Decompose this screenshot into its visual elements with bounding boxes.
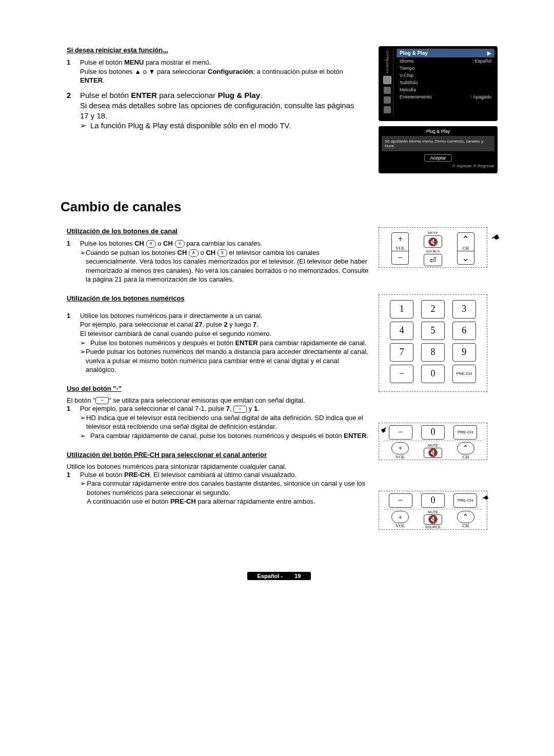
osd2-footer: ⏎ Ingresar ⟲ Regresar bbox=[382, 164, 494, 168]
keypad-dash: − bbox=[389, 493, 412, 508]
t: Plug & Play bbox=[400, 50, 428, 56]
restart-heading: Si desea reiniciar esta función... bbox=[67, 46, 369, 54]
arrow-right-icon: ▶ bbox=[487, 50, 491, 56]
s4-note2: Para cambiar rápidamente de canal, pulse… bbox=[90, 431, 368, 441]
t: Para conmutar rápidamente entre dos cana… bbox=[87, 480, 365, 496]
source-label: SOURCE bbox=[425, 525, 441, 529]
footer-page: 19 bbox=[289, 572, 306, 580]
s4-body: Por ejemplo, para seleccionar el canal 7… bbox=[80, 404, 369, 413]
vol-down-button: − bbox=[392, 251, 408, 264]
t: para mostrar el menú. bbox=[144, 58, 211, 66]
note-arrow-icon: ➢ bbox=[80, 347, 86, 374]
vol-up-button: + bbox=[392, 233, 408, 246]
s5-body: Pulse el botón PRE-CH. El televisor camb… bbox=[80, 470, 369, 480]
t: y luego bbox=[228, 321, 253, 328]
s2-num: 1 bbox=[67, 239, 80, 248]
source-label: SOURCE bbox=[426, 249, 440, 253]
dash-key-icon bbox=[95, 397, 109, 404]
t: . bbox=[103, 76, 105, 84]
t: Cuando se pulsan los botones bbox=[86, 249, 177, 256]
osd2-title: Plug & Play bbox=[382, 129, 494, 134]
remote-dash-diagram: − 0 PRE-CH + VOL MUTE 🔇 ⌃ CH bbox=[379, 423, 487, 460]
t: . bbox=[258, 405, 260, 412]
t: 7 bbox=[253, 321, 256, 328]
t: " se utiliza para seleccionar emisoras q… bbox=[109, 396, 305, 404]
keypad-0: 0 bbox=[421, 365, 445, 383]
t: Si desea más detalles sobre las opciones… bbox=[80, 101, 354, 120]
ch-up-button: ⌃ bbox=[457, 442, 474, 454]
mute-label: MUTE bbox=[428, 510, 438, 514]
osd-item-tiempo: Tiempo bbox=[400, 66, 415, 71]
t: Pulse el botón bbox=[80, 58, 124, 66]
t: CH bbox=[163, 240, 173, 247]
ch-up-icon: ∧ bbox=[189, 249, 199, 257]
t: Configuración bbox=[208, 68, 253, 75]
vol-up-button: + bbox=[391, 442, 409, 454]
osd-plugplay-dialog: Plug & Play Se ajustarán Idioma menú, De… bbox=[379, 126, 498, 173]
t: Pulse los botones ▲ o ▼ para seleccionar bbox=[80, 68, 208, 75]
osd2-msg: Se ajustarán Idioma menú, Demo comercio,… bbox=[382, 136, 494, 151]
ch-up-icon: ∧ bbox=[146, 240, 156, 248]
dash-key-icon bbox=[233, 406, 247, 413]
s2-note: Cuando se pulsan los botones CH ∧ o CH ∨… bbox=[86, 248, 369, 284]
s4-intro: El botón "" se utiliza para seleccionar … bbox=[67, 396, 369, 405]
osd-sidebar-label: Configuración bbox=[386, 51, 389, 73]
pointer-hand-icon: ☚ bbox=[489, 231, 502, 245]
t: para seleccionar bbox=[157, 91, 217, 100]
t: CH bbox=[134, 240, 144, 247]
ch-up-button: ⌃ bbox=[458, 233, 474, 246]
s3-body: Utilice los botones numéricos para ir di… bbox=[80, 311, 369, 339]
s5-intro: Utilice los botones numéricos para sinto… bbox=[67, 463, 369, 470]
t: . bbox=[366, 432, 368, 440]
vol-up-button: + bbox=[391, 511, 409, 523]
t: Plug & Play bbox=[218, 91, 261, 100]
osd2-accept-button: Aceptar bbox=[424, 154, 451, 162]
osd-config-menu: Configuración Plug & Play▶ Idioma: Españ… bbox=[379, 46, 498, 121]
t: Para cambiar rápidamente de canal, pulse… bbox=[90, 432, 344, 440]
ch-label: CH bbox=[462, 523, 469, 528]
t: o bbox=[157, 240, 163, 247]
s2-heading: Utilización de los botones de canal bbox=[67, 227, 369, 235]
t: , pulse bbox=[202, 321, 224, 328]
t: ENTER bbox=[344, 432, 366, 440]
source-button: ⏎ bbox=[424, 254, 442, 266]
osd-tab-icon bbox=[384, 96, 391, 104]
s3-heading: Utilización de los botones numéricos bbox=[67, 294, 369, 302]
osd-tab-icon bbox=[384, 106, 391, 113]
t: para alternar rápidamente entre ambos. bbox=[196, 498, 315, 505]
osd-tab-icon bbox=[384, 87, 391, 94]
mute-label: MUTE bbox=[428, 231, 438, 235]
osd-item-vchip: V-Chip bbox=[400, 73, 413, 78]
osd-item-melodia: Melodía bbox=[400, 87, 416, 92]
s3-num: 1 bbox=[67, 311, 80, 339]
s5-heading: Utilización del botón PRE-CH para selecc… bbox=[67, 451, 369, 459]
t: para cambiar rápidamente de canal. bbox=[258, 339, 367, 347]
keypad-9: 9 bbox=[452, 343, 476, 362]
t: PRE-CH bbox=[170, 498, 196, 505]
t: PRE-CH bbox=[124, 471, 150, 479]
t: A continuación use el botón bbox=[87, 498, 170, 505]
s3-note2: Puede pulsar los botones numéricos del m… bbox=[86, 347, 369, 374]
note-arrow-icon: ➢ bbox=[80, 121, 90, 130]
t: ENTER bbox=[131, 91, 157, 100]
s2-body: Pulse los botones CH ∧ o CH ∨ para cambi… bbox=[80, 239, 369, 248]
keypad-6: 6 bbox=[452, 322, 476, 340]
t: CH bbox=[177, 249, 187, 256]
remote-prech-diagram: − 0 PRE-CH + VOL MUTE 🔇 SOURCE ⌃ bbox=[379, 491, 487, 530]
keypad-2: 2 bbox=[421, 300, 445, 319]
osd-item-entretenimiento: Entretenimiento bbox=[400, 94, 432, 100]
keypad-prech: PRE-CH bbox=[453, 493, 477, 508]
osd-item-subtitulo: Subtítulo bbox=[400, 80, 418, 85]
keypad-dash: − bbox=[390, 365, 413, 383]
t: ; a continuación pulse el botón bbox=[253, 68, 343, 75]
t: Por ejemplo, para seleccionar el canal bbox=[80, 321, 195, 328]
note-arrow-icon: ➢ bbox=[80, 479, 87, 506]
remote-keypad-diagram: 1 2 3 4 5 6 7 8 9 − 0 PRE-CH bbox=[379, 294, 487, 392]
mute-button: 🔇 bbox=[424, 448, 442, 458]
ch-down-icon: ∨ bbox=[175, 240, 185, 248]
note-arrow-icon: ➢ bbox=[80, 431, 90, 441]
t: Utilice los botones numéricos para ir di… bbox=[80, 312, 263, 320]
keypad-prech: PRE-CH bbox=[453, 425, 477, 440]
step1-num: 1 bbox=[67, 58, 80, 85]
t: Pulse los botones bbox=[80, 240, 134, 247]
